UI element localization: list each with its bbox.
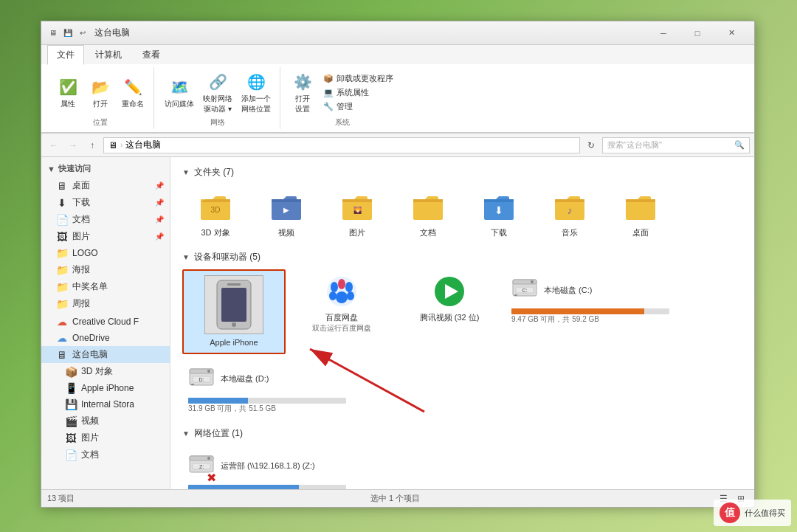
network-drive-header: Z: ✖ 运营部 (\\192.168.1.8) (Z:) — [188, 450, 346, 483]
devices-toggle[interactable]: ▼ — [182, 253, 190, 261]
network-toggle[interactable]: ▼ — [182, 429, 190, 438]
svg-point-29 — [347, 291, 354, 300]
svg-text:D:: D: — [199, 377, 204, 382]
settings-button[interactable]: ⚙️ 打开设置 — [288, 69, 317, 116]
drive-d-size: 31.9 GB 可用，共 51.5 GB — [188, 404, 346, 414]
svg-rect-17 — [626, 199, 655, 220]
main-area: ▼ 快速访问 🖥 桌面 📌 ⬇ 下载 📌 📄 文档 📌 — [41, 157, 754, 489]
group-network-label: 网络 — [210, 117, 225, 128]
properties-label: 属性 — [61, 99, 75, 109]
drive-c-header: C: 本地磁盘 (C:) — [511, 274, 669, 306]
path-this-pc: 这台电脑 — [125, 139, 161, 151]
window-controls: ─ □ ✕ — [646, 21, 748, 45]
uninstall-button[interactable]: 📦 卸载或更改程序 — [320, 72, 396, 85]
sidebar-item-weekly[interactable]: 📁 周报 — [41, 295, 170, 312]
sidebar-item-creative-cloud[interactable]: ☁ Creative Cloud F — [41, 314, 170, 330]
tab-file[interactable]: 文件 — [47, 45, 84, 65]
documents-icon: 📄 — [56, 214, 68, 226]
open-button[interactable]: 📂 打开 — [86, 74, 115, 111]
pictures-sub-icon: 🖼 — [65, 432, 77, 444]
sidebar-item-documents[interactable]: 📄 文档 📌 — [41, 211, 170, 228]
sidebar-item-downloads[interactable]: ⬇ 下载 📌 — [41, 194, 170, 211]
svg-point-25 — [345, 282, 353, 292]
add-network-button[interactable]: 🌐 添加一个网络位置 — [238, 69, 274, 116]
quick-access-header[interactable]: ▼ 快速访问 — [41, 160, 170, 177]
system-props-label: 系统属性 — [337, 87, 369, 98]
folders-toggle[interactable]: ▼ — [182, 168, 190, 176]
rename-label: 重命名 — [122, 99, 144, 109]
device-baidu[interactable]: 百度网盘 双击运行百度网盘 — [290, 269, 393, 353]
folder-videos[interactable]: ▶ 视频 — [253, 184, 320, 242]
device-baidu-sublabel: 双击运行百度网盘 — [312, 323, 371, 334]
up-button[interactable]: ↑ — [84, 137, 100, 153]
folder-pictures-icon: 🌄 — [339, 189, 375, 224]
device-apple-iphone[interactable]: Apple iPhone — [182, 269, 286, 353]
svg-rect-22 — [227, 283, 241, 286]
minimize-button[interactable]: ─ — [646, 21, 680, 45]
sidebar-item-documents-sub[interactable]: 📄 文档 — [41, 446, 170, 463]
manage-button[interactable]: 🔧 管理 — [320, 100, 396, 113]
sidebar-item-onedrive[interactable]: ☁ OneDrive — [41, 330, 170, 346]
documents-sub-icon: 📄 — [65, 449, 77, 461]
content-area: ▼ 文件夹 (7) 3D 3D 对象 — [170, 157, 754, 489]
device-drive-d[interactable]: D: 本地磁盘 (D:) 31.9 GB 可用，共 51.5 GB — [182, 359, 352, 418]
back-button[interactable]: ← — [46, 137, 62, 153]
drive-c-icon: C: — [511, 274, 538, 306]
sidebar-item-internal-storage[interactable]: 💾 Internal Stora — [41, 396, 170, 412]
add-network-icon: 🌐 — [244, 70, 268, 94]
sidebar-item-videos[interactable]: 🎬 视频 — [41, 412, 170, 429]
uninstall-label: 卸载或更改程序 — [337, 73, 393, 84]
sidebar-item-apple-iphone[interactable]: 📱 Apple iPhone — [41, 380, 170, 396]
drive-d-bar — [188, 398, 346, 404]
media-icon: 🗺️ — [168, 75, 191, 99]
ribbon-system-items: ⚙️ 打开设置 📦 卸载或更改程序 💻 系统属性 🔧 — [288, 69, 396, 116]
restore-button[interactable]: □ — [680, 21, 714, 45]
folder-music[interactable]: ♪ 音乐 — [536, 184, 603, 242]
sidebar-item-this-pc[interactable]: 🖥 这台电脑 — [41, 346, 170, 363]
refresh-button[interactable]: ↻ — [583, 137, 599, 153]
system-props-button[interactable]: 💻 系统属性 — [320, 86, 396, 99]
settings-icon: ⚙️ — [291, 70, 314, 94]
rename-button[interactable]: ✏️ 重命名 — [118, 74, 148, 111]
settings-label: 打开设置 — [295, 94, 310, 114]
media-button[interactable]: 🗺️ 访问媒体 — [162, 74, 197, 111]
map-drive-icon: 🔗 — [206, 70, 230, 94]
sidebar-item-winners[interactable]: 📁 中奖名单 — [41, 278, 170, 295]
tab-computer[interactable]: 计算机 — [86, 45, 131, 64]
svg-rect-37 — [514, 294, 517, 296]
rename-icon: ✏️ — [121, 75, 145, 99]
sidebar-item-poster[interactable]: 📁 海报 — [41, 261, 170, 278]
map-drive-button[interactable]: 🔗 映射网络驱动器 ▾ — [200, 69, 235, 116]
sidebar-item-3d-objects[interactable]: 📦 3D 对象 — [41, 363, 170, 380]
properties-button[interactable]: ✅ 属性 — [53, 74, 83, 111]
svg-point-24 — [331, 282, 338, 292]
sidebar-item-winners-label: 中奖名单 — [72, 280, 108, 293]
folders-section-header: ▼ 文件夹 (7) — [182, 166, 742, 179]
close-button[interactable]: ✕ — [714, 21, 748, 45]
drive-d-fill — [188, 398, 248, 404]
apple-iphone-sidebar-icon: 📱 — [65, 382, 77, 394]
sidebar-item-pictures-sub[interactable]: 🖼 图片 — [41, 429, 170, 446]
tab-view[interactable]: 查看 — [133, 45, 170, 64]
sidebar-item-creative-cloud-label: Creative Cloud F — [72, 317, 139, 327]
folder-documents[interactable]: 文档 — [395, 184, 461, 242]
ribbon-group-position: ✅ 属性 📂 打开 ✏️ 重命名 位置 — [47, 67, 154, 129]
svg-text:3D: 3D — [211, 206, 221, 214]
window-title: 这台电脑 — [94, 27, 130, 39]
group-position-label: 位置 — [93, 117, 108, 128]
address-field[interactable]: 🖥 › 这台电脑 — [103, 137, 580, 153]
forward-button[interactable]: → — [65, 137, 81, 153]
device-drive-c[interactable]: C: 本地磁盘 (C:) 9.47 GB 可用，共 59.2 GB — [506, 269, 675, 353]
sidebar-item-videos-label: 视频 — [81, 415, 99, 427]
sidebar-item-logo[interactable]: 📁 LOGO — [41, 245, 170, 261]
folder-3d-objects[interactable]: 3D 3D 对象 — [182, 184, 249, 242]
network-drive-z[interactable]: Z: ✖ 运营部 (\\192.168.1.8) (Z:) NTFS — [182, 446, 352, 489]
folder-desktop[interactable]: 桌面 — [607, 184, 674, 242]
sidebar-item-desktop[interactable]: 🖥 桌面 📌 — [41, 177, 170, 194]
sidebar-item-pictures[interactable]: 🖼 图片 📌 — [41, 228, 170, 245]
desktop-icon: 🖥 — [56, 180, 68, 192]
folder-downloads[interactable]: ⬇ 下载 — [466, 184, 532, 242]
device-tencent[interactable]: 腾讯视频 (32 位) — [398, 269, 501, 353]
search-field[interactable]: 搜索"这台电脑" 🔍 — [602, 137, 750, 153]
folder-pictures[interactable]: 🌄 图片 — [324, 184, 390, 242]
